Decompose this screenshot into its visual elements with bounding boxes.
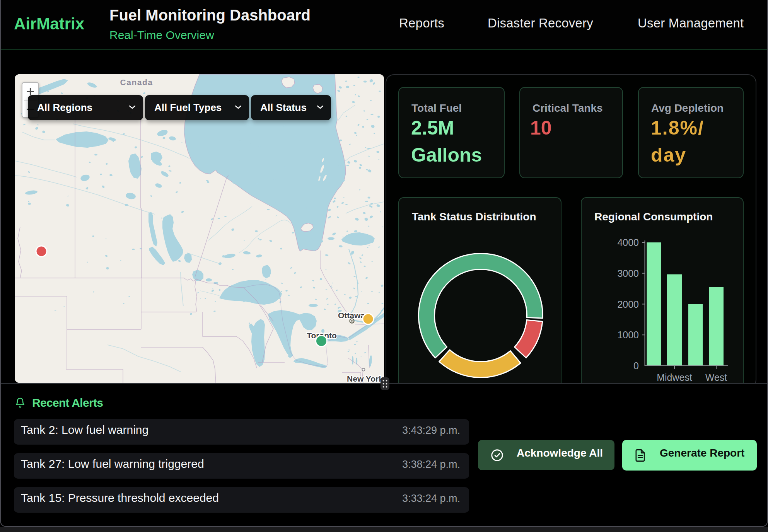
svg-text:0: 0 [633, 360, 639, 371]
svg-text:4000: 4000 [617, 237, 639, 248]
svg-text:West: West [705, 372, 727, 383]
svg-text:Midwest: Midwest [657, 372, 692, 383]
svg-text:Canada: Canada [120, 78, 153, 87]
svg-text:New York: New York [347, 374, 383, 383]
svg-text:1000: 1000 [617, 329, 639, 340]
svg-text:2000: 2000 [617, 299, 639, 310]
svg-text:3000: 3000 [617, 268, 639, 279]
